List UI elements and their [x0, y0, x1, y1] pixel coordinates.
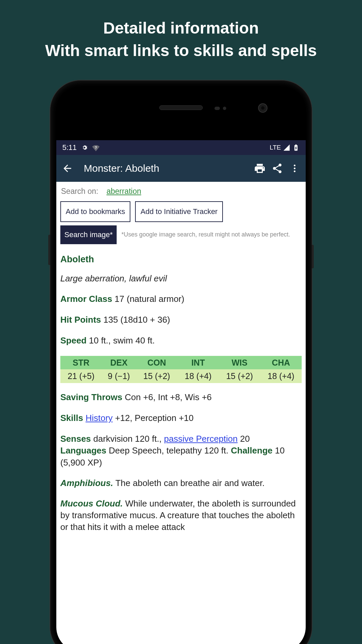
ability-score-table: STR DEX CON INT WIS CHA 21 (+5) 9 (−1) 1… — [60, 356, 302, 383]
ac-value: 17 (natural armor) — [112, 294, 184, 304]
search-on-link[interactable]: aberration — [107, 187, 141, 196]
back-button[interactable] — [61, 162, 74, 175]
saves-label: Saving Throws — [60, 392, 122, 402]
signal-icon — [283, 144, 290, 151]
phone-speaker — [159, 105, 203, 110]
status-time: 5:11 — [62, 143, 77, 152]
saves-value: Con +6, Int +8, Wis +6 — [122, 392, 212, 402]
languages-value: Deep Speech, telepathy 120 ft. — [106, 445, 231, 455]
saving-throws-line: Saving Throws Con +6, Int +8, Wis +6 — [60, 392, 302, 403]
app-screen: 5:11 ? LTE — [56, 140, 306, 644]
phone-side-button-left — [48, 235, 50, 265]
svg-point-1 — [294, 165, 296, 166]
ability-header: CHA — [260, 356, 302, 370]
ability-value: 9 (−1) — [102, 369, 136, 383]
languages-label: Languages — [60, 445, 106, 455]
senses-lang-block: Senses darkvision 120 ft., passive Perce… — [60, 433, 302, 468]
status-bar: 5:11 ? LTE — [56, 140, 306, 155]
ability-value: 21 (+5) — [60, 369, 102, 383]
add-initiative-button[interactable]: Add to Initiative Tracker — [135, 201, 223, 222]
wifi-unknown-icon: ? — [92, 144, 100, 151]
ac-label: Armor Class — [60, 294, 112, 304]
print-button[interactable] — [253, 162, 266, 175]
hp-label: Hit Points — [60, 315, 101, 325]
page-title: Monster: Aboleth — [84, 163, 249, 174]
status-network: LTE — [270, 144, 281, 151]
search-image-button[interactable]: Search image* — [60, 225, 117, 245]
search-on-label: Search on: — [61, 187, 98, 196]
search-image-note: *Uses google image search, result might … — [121, 231, 302, 238]
promo-line-1: Detailed information — [13, 17, 349, 39]
trait-mucous-cloud: Mucous Cloud. While underwater, the abol… — [60, 498, 302, 533]
skill-link-history[interactable]: History — [85, 413, 113, 423]
phone-sensor — [223, 107, 226, 110]
hp-value: 135 (18d10 + 36) — [101, 315, 170, 325]
ability-header: DEX — [102, 356, 136, 370]
phone-camera — [258, 103, 267, 113]
app-bar: Monster: Aboleth — [56, 155, 306, 182]
svg-text:?: ? — [95, 146, 97, 150]
share-button[interactable] — [271, 162, 284, 175]
ability-header: WIS — [219, 356, 260, 370]
speed-line: Speed 10 ft., swim 40 ft. — [60, 335, 302, 346]
ability-value: 18 (+4) — [177, 369, 219, 383]
speed-value: 10 ft., swim 40 ft. — [86, 335, 155, 345]
content-scroll[interactable]: Search on: aberration Add to bookmarks A… — [56, 182, 306, 533]
search-on-row: Search on: aberration — [60, 186, 302, 197]
trait-name: Mucous Cloud. — [60, 498, 123, 508]
senses-pre: darkvision 120 ft., — [91, 434, 164, 444]
ability-value: 15 (+2) — [136, 369, 178, 383]
ability-header: INT — [177, 356, 219, 370]
trait-text: The aboleth can breathe air and water. — [113, 478, 264, 488]
promo-heading: Detailed information With smart links to… — [0, 0, 362, 62]
overflow-menu-button[interactable] — [288, 162, 301, 175]
promo-line-2: With smart links to skills and spells — [13, 39, 349, 62]
monster-subtitle: Large aberration, lawful evil — [60, 273, 302, 284]
passive-perception-link[interactable]: passive Perception — [164, 434, 238, 444]
hit-points-line: Hit Points 135 (18d10 + 36) — [60, 314, 302, 326]
senses-label: Senses — [60, 434, 91, 444]
ability-header: CON — [136, 356, 178, 370]
speed-label: Speed — [60, 335, 86, 345]
ability-value: 18 (+4) — [260, 369, 302, 383]
senses-post: 20 — [238, 434, 250, 444]
svg-point-2 — [294, 168, 296, 169]
monster-name: Aboleth — [60, 254, 302, 265]
phone-sensor — [215, 107, 220, 110]
svg-point-3 — [294, 170, 296, 172]
skills-rest: +12, Perception +10 — [113, 413, 193, 423]
challenge-label: Challenge — [231, 445, 273, 455]
gear-icon — [81, 144, 88, 151]
skills-label: Skills — [60, 413, 83, 423]
phone-frame: 5:11 ? LTE — [50, 80, 312, 644]
trait-amphibious: Amphibious. The aboleth can breathe air … — [60, 477, 302, 489]
ability-header: STR — [60, 356, 102, 370]
skills-line: Skills History +12, Perception +10 — [60, 413, 302, 424]
armor-class-line: Armor Class 17 (natural armor) — [60, 293, 302, 305]
phone-side-button-right — [312, 245, 314, 268]
battery-charging-icon — [292, 144, 300, 151]
ability-value: 15 (+2) — [219, 369, 260, 383]
add-bookmark-button[interactable]: Add to bookmarks — [60, 201, 130, 222]
trait-name: Amphibious. — [60, 478, 113, 488]
